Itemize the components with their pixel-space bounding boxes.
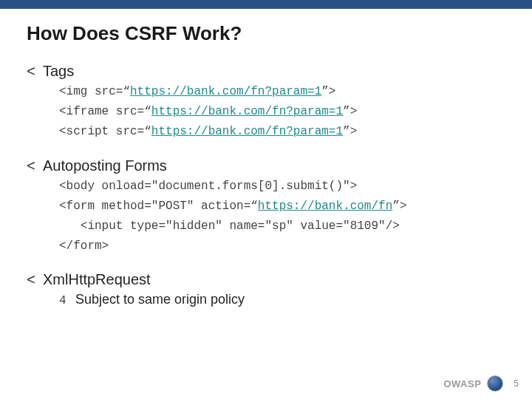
code-text: ”> [321, 85, 335, 98]
code-text: <script src=“ [59, 125, 151, 138]
slide-title: How Does CSRF Work? [0, 9, 532, 45]
subbullet-xhr: 4 Subject to same origin policy [59, 292, 505, 307]
bullet-xhr: < XmlHttpRequest [27, 271, 505, 289]
subbullet-marker: 4 [59, 294, 75, 307]
code-line-input: <input type="hidden" name="sp" value="81… [59, 218, 505, 235]
code-url: https://bank.com/fn?param=1 [130, 85, 321, 98]
code-url: https://bank.com/fn [258, 200, 392, 213]
code-text: <img src=“ [59, 85, 130, 98]
code-line-iframe: <iframe src=“https://bank.com/fn?param=1… [59, 103, 505, 120]
code-line-body: <body onload="document.forms[0].submit()… [59, 178, 505, 195]
bullet-label: Autoposting Forms [43, 157, 167, 174]
code-line-script: <script src=“https://bank.com/fn?param=1… [59, 123, 505, 140]
code-text: ”> [343, 125, 357, 138]
code-line-form: <form method="POST" action=“https://bank… [59, 198, 505, 215]
top-bar [0, 0, 532, 9]
bullet-marker: < [27, 272, 43, 289]
code-text: <form method="POST" action=“ [59, 200, 258, 213]
code-text: <iframe src=“ [59, 105, 151, 118]
bullet-marker: < [27, 64, 43, 81]
bullet-label: XmlHttpRequest [43, 271, 151, 288]
owasp-logo-icon [487, 375, 503, 392]
code-text: ”> [343, 105, 357, 118]
code-url: https://bank.com/fn?param=1 [151, 125, 343, 138]
code-text: ”> [392, 200, 406, 213]
page-number: 5 [514, 378, 519, 389]
subbullet-label: Subject to same origin policy [75, 292, 245, 307]
code-url: https://bank.com/fn?param=1 [151, 105, 343, 118]
bullet-tags: < Tags [27, 63, 505, 81]
code-line-img: <img src=“https://bank.com/fn?param=1”> [59, 83, 505, 100]
brand-label: OWASP [443, 378, 481, 389]
bullet-marker: < [27, 158, 43, 175]
slide-footer: OWASP 5 [443, 375, 519, 392]
slide-content: < Tags <img src=“https://bank.com/fn?par… [0, 45, 532, 307]
bullet-autoposting: < Autoposting Forms [27, 157, 505, 175]
bullet-label: Tags [43, 63, 74, 80]
code-line-formclose: </form> [59, 238, 505, 255]
slide: How Does CSRF Work? < Tags <img src=“htt… [0, 0, 532, 399]
